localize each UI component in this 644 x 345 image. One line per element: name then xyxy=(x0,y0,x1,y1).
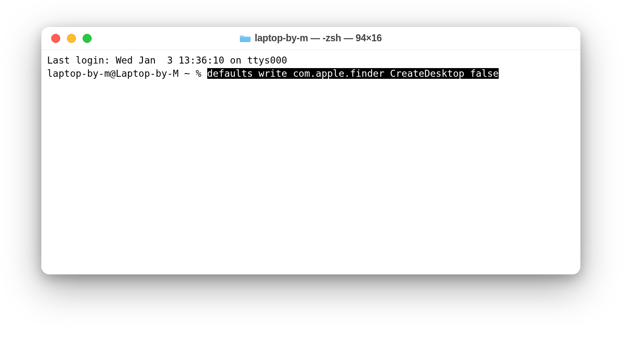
folder-icon xyxy=(240,34,251,43)
title-wrap: laptop-by-m — -zsh — 94×16 xyxy=(41,33,580,44)
minimize-button[interactable] xyxy=(67,34,76,43)
window-title: laptop-by-m — -zsh — 94×16 xyxy=(255,33,382,44)
close-button[interactable] xyxy=(51,34,60,43)
terminal-body[interactable]: Last login: Wed Jan 3 13:36:10 on ttys00… xyxy=(41,50,580,274)
terminal-window: laptop-by-m — -zsh — 94×16 Last login: W… xyxy=(41,27,580,274)
command-text[interactable]: defaults write com.apple.finder CreateDe… xyxy=(207,68,499,79)
zoom-button[interactable] xyxy=(83,34,92,43)
shell-prompt: laptop-by-m@Laptop-by-M ~ % xyxy=(47,68,207,79)
title-bar: laptop-by-m — -zsh — 94×16 xyxy=(41,27,580,50)
prompt-line: laptop-by-m@Laptop-by-M ~ % defaults wri… xyxy=(47,67,575,80)
last-login-line: Last login: Wed Jan 3 13:36:10 on ttys00… xyxy=(47,54,575,67)
window-controls xyxy=(51,34,92,43)
